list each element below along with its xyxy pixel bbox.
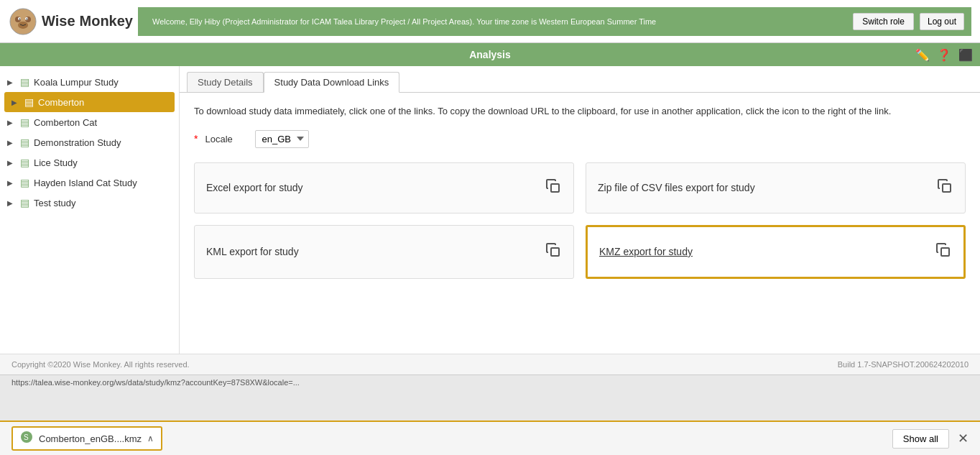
required-star: * [194,133,198,144]
wise-monkey-logo [9,7,37,36]
study-icon: ▤ [20,157,29,168]
sidebar-item-comberton[interactable]: ▶ ▤ Comberton [4,92,175,112]
analysis-bar: Analysis ✏️ ❓ ⬛ [0,43,980,66]
arrow-icon: ▶ [7,119,16,127]
study-icon: ▤ [20,76,29,88]
sidebar-item-label: Demonstration Study [34,137,121,148]
copy-icon-excel[interactable] [545,178,562,198]
svg-rect-9 [943,184,951,192]
top-bar-green: Welcome, Elly Hiby (Project Administrato… [138,7,971,36]
tabs-bar: Study Details Study Data Download Links [180,66,980,93]
build-text: Build 1.7-SNAPSHOT.200624202010 [838,360,969,369]
content-body: To download study data immediately, clic… [180,93,980,290]
sidebar-item-label: Comberton [38,97,84,108]
edit-icon[interactable]: ✏️ [915,48,930,62]
content-area: Study Details Study Data Download Links … [180,66,980,354]
arrow-icon: ▶ [7,199,16,207]
study-icon: ▤ [20,197,29,208]
locale-row: * Locale en_GB en_US fr_FR de_DE [194,130,966,148]
main-layout: ▶ ▤ Koala Lumpur Study ▶ ▤ Comberton ▶ ▤… [0,66,980,354]
export-icon[interactable]: ⬛ [958,48,973,62]
top-bar: Wise Monkey Welcome, Elly Hiby (Project … [0,0,980,43]
copy-icon-zip-csv[interactable] [936,178,953,198]
sidebar-item-label: Comberton Cat [34,117,97,128]
svg-rect-11 [941,248,949,256]
description-text: To download study data immediately, clic… [194,104,966,119]
arrow-icon: ▶ [7,179,16,187]
sidebar-item-koala[interactable]: ▶ ▤ Koala Lumpur Study [0,72,179,92]
logout-button[interactable]: Log out [920,13,964,30]
welcome-text: Welcome, Elly Hiby (Project Administrato… [145,17,847,26]
locale-select[interactable]: en_GB en_US fr_FR de_DE [255,130,309,148]
svg-rect-10 [551,248,559,256]
study-icon: ▤ [20,137,29,148]
arrow-icon: ▶ [11,98,20,106]
copy-icon-kmz[interactable] [935,242,952,262]
sidebar-item-demonstration[interactable]: ▶ ▤ Demonstration Study [0,132,179,152]
export-card-kml[interactable]: KML export for study [194,225,574,279]
copyright-text: Copyright ©2020 Wise Monkey. All rights … [11,360,190,369]
sidebar-item-test[interactable]: ▶ ▤ Test study [0,193,179,213]
sidebar-item-label: Lice Study [34,157,78,168]
copy-icon-kml[interactable] [545,242,562,262]
switch-role-button[interactable]: Switch role [853,13,914,30]
analysis-icons: ✏️ ❓ ⬛ [915,48,973,62]
sidebar-item-label: Test study [34,198,76,208]
study-icon: ▤ [20,116,29,128]
help-icon[interactable]: ❓ [937,48,951,62]
tab-study-data-download[interactable]: Study Data Download Links [264,72,400,93]
study-icon: ▤ [24,96,34,108]
svg-point-7 [27,18,28,19]
sidebar: ▶ ▤ Koala Lumpur Study ▶ ▤ Comberton ▶ ▤… [0,66,180,354]
sidebar-item-lice[interactable]: ▶ ▤ Lice Study [0,152,179,173]
study-icon: ▤ [20,177,29,188]
arrow-icon: ▶ [7,159,16,167]
logo-text-monkey: Monkey [80,13,133,29]
arrow-icon: ▶ [7,78,16,86]
locale-label: Locale [205,134,248,144]
sidebar-item-label: Hayden Island Cat Study [34,178,137,188]
export-card-excel-label: Excel export for study [206,182,303,193]
export-card-kmz[interactable]: KMZ export for study [586,225,966,279]
status-bar: https://talea.wise-monkey.org/ws/data/st… [0,374,980,390]
export-card-kml-label: KML export for study [206,246,299,257]
logo-area: Wise Monkey [9,7,138,36]
analysis-title: Analysis [469,49,511,60]
footer: Copyright ©2020 Wise Monkey. All rights … [0,354,980,374]
export-card-kmz-label: KMZ export for study [599,246,693,257]
export-card-zip-csv[interactable]: Zip file of CSV files export for study [586,162,966,213]
logo-text-wise: Wise [42,13,75,29]
sidebar-item-label: Koala Lumpur Study [34,77,119,88]
export-card-excel[interactable]: Excel export for study [194,162,574,213]
arrow-icon: ▶ [7,139,16,147]
sidebar-item-comberton-cat[interactable]: ▶ ▤ Comberton Cat [0,112,179,132]
tab-study-details[interactable]: Study Details [187,72,264,92]
svg-point-6 [19,18,21,19]
status-url: https://talea.wise-monkey.org/ws/data/st… [11,378,300,387]
export-card-zip-csv-label: Zip file of CSV files export for study [598,182,755,193]
export-grid: Excel export for study Zip file of CSV f… [194,162,966,279]
sidebar-item-hayden[interactable]: ▶ ▤ Hayden Island Cat Study [0,173,179,193]
svg-rect-8 [551,184,559,192]
